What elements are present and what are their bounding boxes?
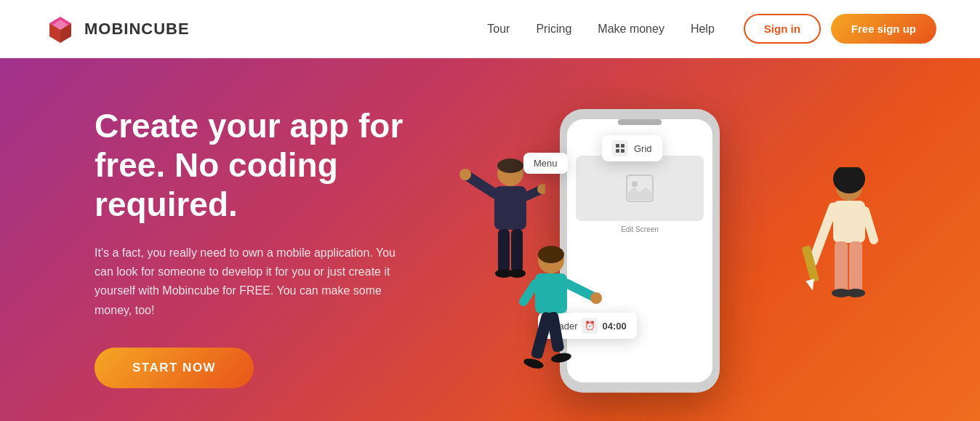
- edit-screen-label: Edit Screen: [576, 225, 704, 233]
- navbar: MOBINCUBE Tour Pricing Make money Help S…: [0, 0, 980, 58]
- card-menu: Menu: [523, 153, 568, 174]
- hero-description: It's a fact, you really need to own a mo…: [95, 244, 400, 321]
- card-grid: Grid: [602, 135, 662, 161]
- svg-line-26: [865, 211, 874, 240]
- grid-label: Grid: [634, 143, 652, 154]
- menu-label: Menu: [534, 158, 558, 169]
- svg-rect-18: [616, 144, 619, 148]
- svg-rect-19: [621, 144, 624, 148]
- signup-button[interactable]: Free sign up: [831, 14, 936, 44]
- nav-links: Tour Pricing Make money Help: [487, 23, 715, 36]
- nav-tour[interactable]: Tour: [487, 23, 510, 36]
- hero-main: Create your app for free. No coding requ…: [0, 58, 980, 421]
- logo-text: MOBINCUBE: [84, 20, 190, 39]
- logo-link[interactable]: MOBINCUBE: [44, 12, 190, 46]
- nav-pricing[interactable]: Pricing: [536, 23, 571, 36]
- svg-point-37: [590, 292, 602, 304]
- logo-icon: [44, 12, 77, 46]
- figure-bottom: [502, 240, 603, 407]
- loader-value: 04:00: [602, 321, 626, 332]
- svg-line-38: [523, 284, 535, 302]
- hero-text-block: Create your app for free. No coding requ…: [95, 106, 443, 388]
- svg-point-6: [497, 159, 523, 173]
- nav-make-money[interactable]: Make money: [598, 23, 664, 36]
- svg-rect-24: [833, 201, 865, 243]
- start-now-button[interactable]: START NOW: [95, 348, 254, 388]
- figure-right: [798, 167, 885, 356]
- hero-illustration: Edit Screen Menu: [443, 95, 907, 400]
- svg-rect-35: [535, 273, 567, 313]
- svg-rect-30: [849, 241, 862, 292]
- signin-button[interactable]: Sign in: [744, 14, 821, 44]
- grid-icon: [612, 140, 628, 156]
- svg-point-41: [523, 357, 545, 371]
- svg-rect-29: [835, 241, 848, 292]
- hero-section: Create your app for free. No coding requ…: [0, 58, 980, 421]
- nav-help[interactable]: Help: [691, 23, 715, 36]
- svg-point-42: [550, 352, 572, 364]
- svg-rect-20: [616, 149, 619, 153]
- svg-line-25: [813, 207, 833, 262]
- svg-point-32: [846, 289, 865, 297]
- svg-point-9: [459, 169, 471, 180]
- svg-rect-21: [621, 149, 624, 153]
- svg-point-17: [632, 181, 638, 187]
- svg-point-34: [538, 246, 564, 263]
- hero-title: Create your app for free. No coding requ…: [95, 106, 443, 225]
